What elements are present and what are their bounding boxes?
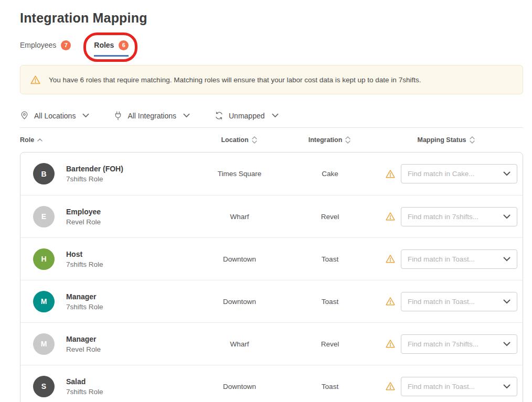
filter-unmapped[interactable]: Unmapped — [215, 111, 279, 120]
role-source: 7shifts Role — [66, 260, 103, 268]
plug-icon — [114, 111, 122, 121]
role-name: Manager — [66, 292, 103, 301]
mapping-match-placeholder: Find match in 7shifts... — [408, 340, 478, 348]
mapping-match-placeholder: Find match in 7shifts... — [408, 213, 478, 221]
row-warning-icon — [380, 211, 401, 222]
role-cell: H Host 7shifts Role — [20, 248, 199, 270]
warning-banner: You have 6 roles that require matching. … — [20, 65, 523, 94]
location-cell: Wharf — [199, 213, 280, 221]
role-name: Bartender (FOH) — [66, 165, 123, 173]
chevron-down-icon — [503, 257, 510, 262]
chevron-down-icon — [503, 171, 510, 176]
role-cell: S Salad 7shifts Role — [20, 376, 199, 397]
role-source: Revel Role — [66, 218, 101, 226]
role-source: 7shifts Role — [66, 175, 123, 183]
warning-banner-text: You have 6 roles that require matching. … — [49, 76, 421, 84]
row-warning-icon — [380, 339, 401, 349]
tab-bar: Employees 7 Roles 6 — [20, 39, 523, 57]
row-warning-icon — [380, 381, 401, 392]
filter-all-locations-label: All Locations — [34, 112, 76, 120]
table-row: S Salad 7shifts Role Downtown Toast Find… — [20, 365, 523, 402]
sync-icon — [215, 111, 224, 120]
location-pin-icon — [20, 111, 29, 121]
location-cell: Downtown — [199, 255, 280, 263]
chevron-down-icon — [503, 342, 510, 346]
column-header-role[interactable]: Role — [20, 136, 198, 144]
location-cell: Downtown — [199, 383, 280, 390]
mapping-match-select[interactable]: Find match in 7shifts... — [401, 334, 517, 354]
role-source: 7shifts Role — [66, 388, 103, 396]
sort-both-icon — [252, 136, 257, 144]
role-source: Revel Role — [66, 345, 101, 353]
sort-asc-icon — [37, 138, 42, 142]
integration-mapping-page: Integration Mapping Employees 7 Roles 6 … — [0, 0, 532, 402]
role-name: Manager — [66, 335, 101, 343]
filter-all-integrations-label: All Integrations — [127, 112, 176, 120]
role-name: Salad — [66, 377, 103, 386]
role-name: Host — [66, 250, 103, 258]
avatar: B — [33, 163, 55, 184]
mapping-match-select[interactable]: Find match in Toast... — [401, 249, 517, 269]
mapping-match-placeholder: Find match in Toast... — [408, 298, 475, 306]
integration-cell: Revel — [280, 340, 380, 348]
page-title: Integration Mapping — [20, 10, 523, 26]
location-cell: Downtown — [199, 298, 280, 306]
mapping-match-select[interactable]: Find match in Toast... — [401, 377, 517, 396]
column-header-location[interactable]: Location — [198, 136, 280, 144]
location-cell: Times Square — [199, 170, 280, 178]
tab-roles-label: Roles — [94, 41, 114, 49]
role-cell: B Bartender (FOH) 7shifts Role — [20, 163, 199, 184]
mapping-match-placeholder: Find match in Cake... — [408, 170, 475, 178]
integration-cell: Toast — [280, 255, 380, 263]
row-warning-icon — [380, 254, 401, 264]
mapping-match-placeholder: Find match in Toast... — [408, 383, 475, 390]
chevron-down-icon — [82, 113, 89, 118]
column-header-integration[interactable]: Integration — [280, 136, 379, 144]
table-row: B Bartender (FOH) 7shifts Role Times Squ… — [20, 153, 523, 195]
tab-employees-count-badge: 7 — [61, 40, 71, 50]
warning-icon — [30, 74, 41, 85]
tab-employees[interactable]: Employees 7 — [20, 40, 71, 57]
tab-roles[interactable]: Roles 6 — [94, 40, 129, 57]
role-cell: M Manager Revel Role — [20, 333, 199, 355]
avatar: M — [33, 333, 55, 355]
sort-both-icon — [470, 136, 475, 144]
filter-all-integrations[interactable]: All Integrations — [114, 111, 190, 121]
chevron-down-icon — [183, 113, 190, 118]
column-header-mapping-status[interactable]: Mapping Status — [400, 136, 523, 144]
filter-bar: All Locations All Integrations — [20, 111, 523, 121]
integration-cell: Revel — [280, 213, 380, 221]
integration-cell: Toast — [280, 298, 380, 306]
mapping-match-placeholder: Find match in Toast... — [408, 255, 475, 263]
table-row: M Manager Revel Role Wharf Revel Find ma… — [20, 322, 523, 365]
integration-cell: Toast — [280, 383, 380, 390]
tab-employees-label: Employees — [20, 41, 56, 49]
table-row: H Host 7shifts Role Downtown Toast Find … — [20, 237, 523, 280]
table-row: E Employee Revel Role Wharf Revel Find m… — [20, 195, 523, 237]
row-warning-icon — [380, 296, 401, 307]
role-name: Employee — [66, 208, 101, 216]
table-body: B Bartender (FOH) 7shifts Role Times Squ… — [20, 152, 523, 402]
role-source: 7shifts Role — [66, 303, 103, 311]
avatar: S — [33, 376, 55, 397]
mapping-match-select[interactable]: Find match in 7shifts... — [401, 207, 517, 226]
chevron-down-icon — [272, 113, 279, 118]
row-warning-icon — [380, 169, 401, 179]
role-cell: M Manager 7shifts Role — [20, 291, 199, 312]
avatar: M — [33, 291, 55, 312]
integration-cell: Cake — [280, 170, 380, 178]
filter-all-locations[interactable]: All Locations — [20, 111, 89, 121]
avatar: H — [33, 248, 55, 270]
tab-roles-count-badge: 6 — [119, 40, 129, 50]
mapping-match-select[interactable]: Find match in Cake... — [401, 164, 517, 183]
sort-both-icon — [345, 136, 350, 144]
role-cell: E Employee Revel Role — [20, 206, 199, 227]
chevron-down-icon — [503, 384, 510, 389]
table-header: Role Location Integration Mapping Status — [20, 128, 523, 152]
table-row: M Manager 7shifts Role Downtown Toast Fi… — [20, 280, 523, 322]
chevron-down-icon — [503, 214, 510, 219]
location-cell: Wharf — [199, 340, 280, 348]
mapping-match-select[interactable]: Find match in Toast... — [401, 292, 517, 311]
filter-unmapped-label: Unmapped — [229, 112, 265, 120]
avatar: E — [33, 206, 55, 227]
